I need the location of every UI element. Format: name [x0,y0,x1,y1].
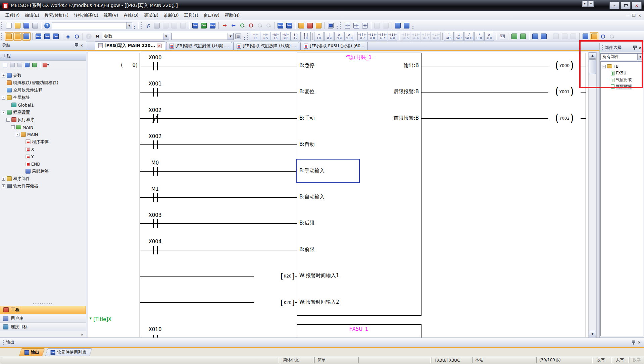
device-comment-display-button[interactable] [34,32,43,41]
nav-tree-item-8[interactable]: -MAIN [0,131,86,138]
contact-device-label[interactable]: X002 [138,107,172,113]
contact-device-label[interactable]: X000 [138,55,172,61]
property-button[interactable] [24,62,30,68]
device-use-list-button[interactable] [43,32,51,41]
find-prev-button[interactable] [255,21,264,30]
chevron-down-icon[interactable]: ▼ [126,22,132,29]
toolbar-overflow[interactable]: ▾▾ [243,33,246,41]
mdi-minimize-icon[interactable]: — [626,14,630,17]
ladder-key-F5[interactable]: ⊣⊢F5 [251,32,260,41]
ladder-key-F10[interactable]: └F10 [474,32,484,41]
drag-handle[interactable]: ••••••••• [0,302,86,306]
ladder-key-sF9[interactable]: │sF9 [324,32,334,41]
output-window-toggle[interactable] [22,32,31,41]
fb-input-label[interactable]: B:急停 [299,62,314,69]
save-project-button[interactable] [22,21,31,30]
nav-tree-item-9[interactable]: 程序本体 [0,138,86,145]
zoom-out-button[interactable] [607,32,616,41]
menu-item-2[interactable]: 搜索/替换(F) [42,11,71,20]
fb-output-label[interactable]: 输出:B [366,62,419,69]
monitor-stop-button[interactable] [352,21,360,30]
ladder-key-sF8[interactable]: ⊣↓⊢sF8 [367,32,377,41]
mdi-restore-icon[interactable]: ❒ [632,14,636,17]
device-write-monitor-button[interactable] [191,21,199,30]
fb-selection-window-toggle[interactable] [13,32,22,41]
watch-stop-button[interactable] [382,21,390,30]
chevron-down-icon[interactable]: ▼ [228,33,233,40]
tree-expander-icon[interactable]: - [6,118,10,122]
copy-button[interactable] [153,21,161,30]
edit-rung-comment-button[interactable] [531,32,539,41]
context-help-button[interactable] [85,32,93,41]
fb-input-label[interactable]: W:报警时间输入1 [299,272,339,279]
tab-close-icon[interactable]: × [157,44,162,48]
ladder-key-aF9[interactable]: ×aF9 [484,32,494,41]
ladder-key-F7[interactable]: ( )F7 [291,32,301,41]
tree-expander-icon[interactable]: + [2,74,5,77]
monitor-mode-button[interactable] [327,21,335,30]
tab-list-icon[interactable]: ▼ [588,1,594,7]
device-comment-button[interactable] [276,21,285,30]
find-device-button[interactable] [238,21,246,30]
ladder-key-caF10[interactable]: /caF10 [464,32,474,41]
nav-view-button-2[interactable]: 连接目标 [0,322,86,331]
find-next-button[interactable] [264,21,273,30]
write-to-plc-button[interactable] [297,21,305,30]
contact-device-label[interactable]: M1 [138,186,172,192]
ladder-key-F8[interactable]: [ ]F8 [301,32,311,41]
doc-find-button[interactable] [560,32,569,41]
menu-item-9[interactable]: 窗口(W) [201,11,222,20]
fb-input-label[interactable]: B:自动 [299,141,314,147]
part-filter-combo[interactable]: 所有部件 ▼ [600,53,643,60]
contact-device-label[interactable]: X002 [138,133,172,139]
ladder-key-sF7[interactable]: ⊣↑⊢sF7 [357,32,367,41]
ladder-key-sF5[interactable]: ⊣⊢sF5 [261,32,270,41]
nav-tree-item-6[interactable]: -执行程序 [0,116,86,123]
doc-gen-button[interactable] [552,32,560,41]
ladder-key-saF7[interactable]: ⊣↑⊢saF7 [421,32,431,41]
output-coil[interactable]: (Y000 ) [548,61,581,71]
display-setting-button[interactable] [64,32,72,41]
find-combo[interactable]: ▼ [171,33,234,40]
tab-scroll-right-icon[interactable]: ▶ [582,1,588,7]
drag-handle[interactable] [3,340,4,345]
nav-tree-item-7[interactable]: -MAIN [0,123,86,131]
navigation-window-toggle[interactable] [5,32,13,41]
find-dialog-button[interactable] [93,32,102,41]
tree-expander-icon[interactable]: - [16,133,19,136]
ladder-key-cF9[interactable]: ×cF9 [334,32,344,41]
output-tab-1[interactable]: 软元件使用列表 [45,348,92,356]
scrollbar-thumb[interactable] [589,59,596,74]
nav-tree-item-2[interactable]: 全局软元件注释 [0,86,86,94]
nav-tree-item-1[interactable]: 特殊模块(智能功能模块) [0,79,86,86]
menu-item-0[interactable]: 工程(P) [3,11,22,20]
paste-item-button[interactable] [16,62,23,68]
ladder-key-F9[interactable]: ─F9 [314,32,324,41]
menu-item-3[interactable]: 转换/编译(C) [71,11,101,20]
menu-item-8[interactable]: 工具(T) [181,11,201,20]
ladder-key-F6[interactable]: ⊣/⊢F6 [271,32,281,41]
quick-access-combo[interactable]: ▼ [52,22,132,29]
output-tab-0[interactable]: 输出 [19,348,45,356]
constant-operand[interactable]: [K20 ] [254,298,295,307]
edit-contact-button[interactable] [510,32,518,41]
nav-tree-item-12[interactable]: END [0,160,86,168]
toolbar-overflow[interactable]: ▾▾ [335,21,339,29]
chevron-down-icon[interactable]: ▼ [163,33,169,40]
nav-view-button-1[interactable]: 用户库 [0,314,86,322]
device-test-button[interactable] [208,21,217,30]
menu-item-10[interactable]: 帮助(H) [222,11,242,20]
zoom-in-button[interactable] [599,32,607,41]
contact-device-label[interactable]: M0 [138,160,172,166]
jump-back-button[interactable] [229,21,238,30]
part-tree-item-0[interactable]: FX5U [601,70,643,76]
edit-coil-button[interactable] [519,32,527,41]
toolbar-grip[interactable] [1,22,3,29]
new-item-button[interactable] [2,62,8,68]
doc-print-button[interactable] [569,32,578,41]
ladder-key-saF6[interactable]: ⊣↓⊢saF6 [411,32,420,41]
tree-expander-icon[interactable]: - [11,125,15,129]
menu-item-7[interactable]: 诊断(D) [161,11,181,20]
wrap-ladder-button[interactable] [581,32,590,41]
tree-expander-icon[interactable]: - [602,65,606,68]
